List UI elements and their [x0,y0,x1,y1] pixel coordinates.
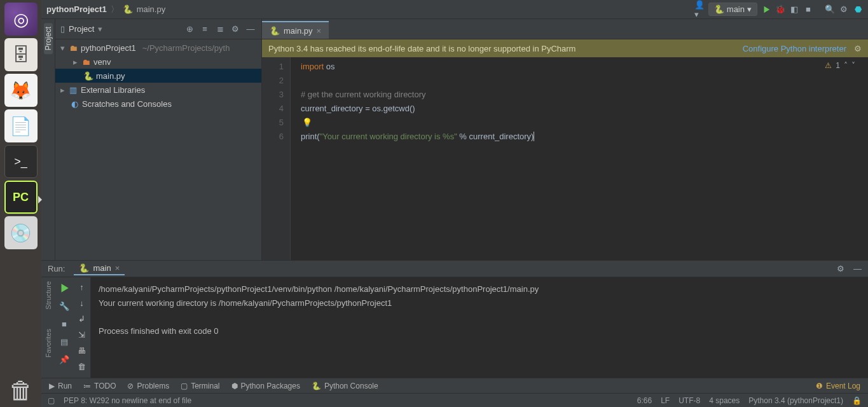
pin-button[interactable]: 📌 [59,354,70,365]
layout-button[interactable]: ▤ [59,336,70,347]
close-tab-icon[interactable]: × [317,26,322,36]
tree-external-libs[interactable]: ▸ ▥ External Libraries [55,83,261,97]
run-settings-button[interactable]: 🔧 [59,300,70,312]
status-tool-icon[interactable]: ▢ [48,396,55,405]
run-output-line: Your current working directory is /home/… [99,298,392,308]
run-title: Run: [48,264,65,273]
tree-root-label: pythonProject1 [81,43,136,53]
breadcrumb-file[interactable]: main.py [137,4,166,14]
run-tool-window: Run: 🐍 main × ⚙ — Structure Favorites 🔧 [41,260,868,378]
settings-button[interactable]: ⚙ [839,4,849,15]
hide-panel-icon[interactable]: — [245,24,256,35]
run-tool-button[interactable]: ▶ Run [49,382,72,390]
line-number: 3 [262,88,284,102]
tree-venv[interactable]: ▸ 🖿 venv [55,55,261,69]
close-icon[interactable]: × [115,263,120,273]
project-view-title[interactable]: Project [69,24,94,34]
chevron-right-icon: 〉 [111,4,119,15]
favorites-tool-button[interactable]: Favorites [45,329,52,357]
project-tool-button[interactable]: Project [44,23,53,54]
clear-button[interactable]: 🗑 [78,362,86,371]
stop-button[interactable]: ■ [59,318,70,329]
bt-label: Run [58,382,72,390]
hide-run-icon[interactable]: — [853,264,862,273]
tab-mainpy[interactable]: 🐍 main.py × [262,21,329,39]
code-with-me-button[interactable]: ⬣ [853,4,863,15]
todo-tool-button[interactable]: ≔ TODO [83,382,116,390]
status-cursor-position[interactable]: 6:66 [637,396,652,405]
python-packages-tool-button[interactable]: ⬢ Python Packages [231,382,300,390]
run-cmd-line: /home/kalyani/PycharmProjects/pythonProj… [99,284,539,294]
rerun-button[interactable] [59,282,70,294]
run-settings-icon[interactable]: ⚙ [837,264,844,273]
scroll-end-button[interactable]: ⇲ [78,330,85,340]
tree-mainpy[interactable]: 🐍 main.py [55,69,261,83]
code-editor[interactable]: 1 2 3 4 5 6 import os # get the current … [262,57,868,260]
run-console-output[interactable]: /home/kalyani/PycharmProjects/pythonProj… [91,277,868,378]
run-button[interactable] [761,4,771,15]
project-tree[interactable]: ▾ 🖿 pythonProject1 ~/PycharmProjects/pyt… [55,39,261,260]
soft-wrap-button[interactable]: ↲ [78,314,85,324]
debug-button[interactable]: 🐞 [775,4,785,15]
add-user-icon[interactable]: 👤▾ [694,4,705,15]
python-console-tool-button[interactable]: 🐍 Python Console [312,382,378,390]
search-everywhere-button[interactable]: 🔍 [825,4,835,15]
launcher-terminal[interactable]: >_ [4,145,38,178]
terminal-tool-button[interactable]: ▢ Terminal [181,382,219,390]
code-content[interactable]: import os # get the current working dire… [291,57,868,260]
expand-all-icon[interactable]: ≡ [199,24,210,35]
launcher-firefox[interactable]: 🦊 [4,74,38,107]
status-interpreter[interactable]: Python 3.4 (pythonProject1) [748,396,843,405]
launcher-pycharm[interactable]: PC [4,181,38,214]
launcher-files[interactable]: 🗄 [4,38,38,71]
collapse-all-icon[interactable]: ≣ [214,24,226,35]
run-configuration-selector[interactable]: 🐍 main ▾ [708,3,757,16]
pycharm-window: pythonProject1 〉 🐍 main.py 👤▾ 🐍 main ▾ 🐞… [41,0,868,407]
status-line-separator[interactable]: LF [661,396,670,405]
favorites-structure-rail: Structure Favorites [41,277,55,378]
inspection-widget[interactable]: ⚠ 1 ˄ ˅ [825,61,855,70]
kw-import: import [301,62,324,71]
banner-message: Python 3.4 has reached its end-of-life d… [268,44,575,53]
readonly-lock-icon[interactable]: 🔒 [852,396,862,405]
locate-icon[interactable]: ⊕ [184,24,195,35]
run-coverage-button[interactable]: ◧ [789,4,799,15]
code-text: current_directory = os.getcwd() [301,104,415,113]
chevron-down-icon[interactable]: ▾ [59,43,65,53]
event-log-button[interactable]: ❶ Event Log [816,382,860,390]
tree-root[interactable]: ▾ 🖿 pythonProject1 ~/PycharmProjects/pyt… [55,41,261,55]
launcher-disc[interactable]: 💿 [4,216,38,249]
structure-tool-button[interactable]: Structure [45,281,52,310]
panel-settings-icon[interactable]: ⚙ [230,24,241,35]
problems-tool-button[interactable]: ⊘ Problems [127,382,169,390]
launcher-ubuntu[interactable]: ◎ [4,3,38,36]
launcher-trash[interactable]: 🗑 [4,374,38,407]
tree-external-libs-label: External Libraries [81,85,145,95]
tree-venv-label: venv [93,57,111,67]
chevron-down-icon[interactable]: ▾ [98,24,102,34]
up-stack-button[interactable]: ↑ [79,282,84,292]
launcher-writer[interactable]: 📄 [4,109,38,142]
intention-bulb-icon[interactable]: 💡 [302,118,312,127]
status-indent[interactable]: 4 spaces [709,396,740,405]
run-tab-main[interactable]: 🐍 main × [74,262,125,275]
next-highlight-icon[interactable]: ˅ [851,61,855,70]
configure-interpreter-link[interactable]: Configure Python interpreter [743,44,846,53]
status-encoding[interactable]: UTF-8 [679,396,700,405]
breadcrumb-project[interactable]: pythonProject1 [46,4,107,14]
stop-button[interactable]: ■ [803,4,813,15]
chevron-right-icon[interactable]: ▸ [72,57,78,67]
code-comment: # get the current working directory [301,90,426,99]
prev-highlight-icon[interactable]: ˄ [844,61,848,70]
chevron-down-icon: ▾ [747,4,752,14]
interpreter-warning-banner: Python 3.4 has reached its end-of-life d… [262,39,868,57]
print-button[interactable]: 🖶 [78,346,86,355]
editor-tabs: 🐍 main.py × [262,19,868,39]
status-bar: ▢ PEP 8: W292 no newline at end of file … [41,393,868,407]
tab-label: main.py [284,26,313,36]
chevron-right-icon[interactable]: ▸ [59,85,65,95]
banner-settings-icon[interactable]: ⚙ [854,44,862,53]
tree-scratches[interactable]: ◐ Scratches and Consoles [55,97,261,111]
down-stack-button[interactable]: ↓ [79,298,84,308]
status-message: PEP 8: W292 no newline at end of file [64,396,191,405]
